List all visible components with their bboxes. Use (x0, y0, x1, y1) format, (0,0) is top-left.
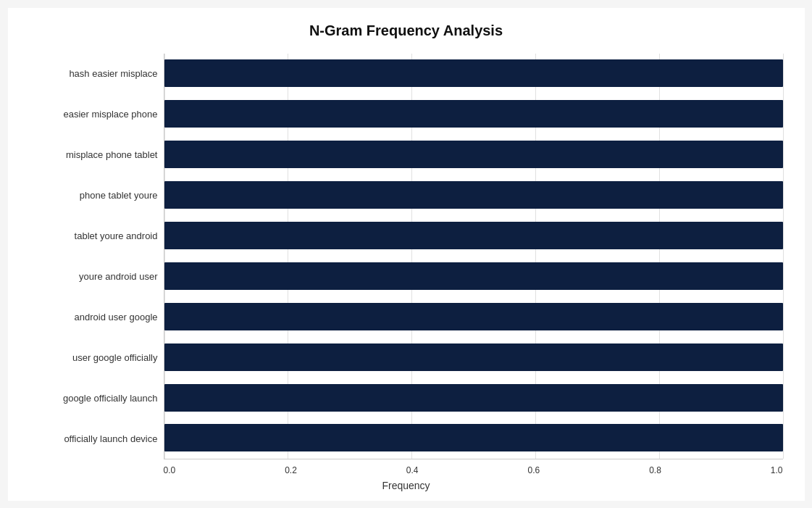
chart-area: hash easier misplaceeasier misplace phon… (30, 54, 783, 459)
x-axis-tick: 0.6 (527, 465, 540, 475)
bar (164, 343, 783, 371)
bar (164, 100, 783, 128)
bar-row (164, 298, 783, 336)
y-axis-label: android user google (30, 299, 158, 336)
x-axis-labels: 0.00.20.40.60.81.0 (30, 465, 783, 475)
bar (164, 141, 783, 168)
y-axis-label: hash easier misplace (30, 55, 158, 93)
bar-row (164, 95, 783, 133)
y-axis-label: misplace phone tablet (30, 136, 158, 174)
bar (164, 59, 783, 87)
bar-row (164, 217, 783, 254)
y-axis-label: officially launch device (30, 420, 158, 458)
y-axis-label: phone tablet youre (30, 177, 158, 215)
y-axis-labels: hash easier misplaceeasier misplace phon… (30, 54, 164, 459)
x-axis-tick: 1.0 (771, 465, 783, 475)
bars-area (164, 54, 783, 459)
y-axis-label: youre android user (30, 258, 158, 296)
chart-title: N-Gram Frequency Analysis (30, 22, 783, 39)
y-axis-label: easier misplace phone (30, 96, 158, 133)
y-axis-label: google officially launch (30, 380, 158, 417)
bar (164, 222, 783, 249)
bar (164, 384, 783, 412)
x-axis-title: Frequency (30, 480, 783, 491)
bar-row (164, 257, 783, 295)
bar-row (164, 136, 783, 173)
x-axis-tick: 0.4 (406, 465, 419, 475)
bar-row (164, 176, 783, 214)
x-axis-tick: 0.8 (649, 465, 661, 475)
bar (164, 181, 783, 209)
x-axis-tick: 0.2 (285, 465, 297, 475)
y-axis-label: tablet youre android (30, 217, 158, 255)
chart-container: N-Gram Frequency Analysis hash easier mi… (8, 8, 805, 501)
y-axis-label: user google officially (30, 339, 158, 377)
bar-row (164, 379, 783, 417)
bar-row (164, 419, 783, 457)
bar (164, 303, 783, 330)
bar (164, 424, 783, 451)
bar (164, 262, 783, 290)
bar-row (164, 54, 783, 92)
x-axis-tick: 0.0 (164, 465, 176, 475)
bar-row (164, 338, 783, 376)
